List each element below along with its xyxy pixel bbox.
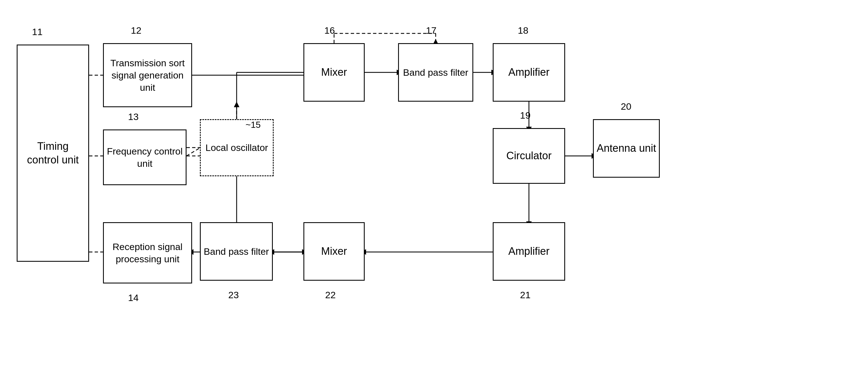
number-20: 20 xyxy=(621,101,631,112)
block-mixer-tx-label: Mixer xyxy=(321,65,347,79)
block-rx-proc-label: Reception signal processing unit xyxy=(106,241,188,265)
number-14: 14 xyxy=(128,292,138,303)
block-timing-control-label: Timing control unit xyxy=(20,140,86,167)
number-11: 11 xyxy=(32,27,42,37)
block-circulator: Circulator xyxy=(493,128,565,184)
block-bpf-rx-label: Band pass filter xyxy=(204,245,269,257)
number-13: 13 xyxy=(128,112,138,122)
block-amp-rx-label: Amplifier xyxy=(508,245,550,258)
block-circulator-label: Circulator xyxy=(506,149,552,163)
number-18: 18 xyxy=(518,25,528,36)
block-freq-control: Frequency control unit xyxy=(103,129,187,185)
block-mixer-tx: Mixer xyxy=(304,43,365,102)
block-amp-tx-label: Amplifier xyxy=(508,65,550,79)
number-23: 23 xyxy=(228,289,239,301)
number-17: 17 xyxy=(426,25,436,36)
diagram: Timing control unit 11 Transmission sort… xyxy=(0,0,868,372)
number-21: 21 xyxy=(520,289,531,301)
block-rx-signal-proc: Reception signal processing unit xyxy=(103,222,192,283)
block-mixer-rx: Mixer xyxy=(304,222,365,281)
svg-marker-26 xyxy=(234,102,240,107)
block-tx-sort-signal: Transmission sort signal generation unit xyxy=(103,43,192,107)
block-bpf-rx: Band pass filter xyxy=(200,222,273,281)
block-bpf-tx: Band pass filter xyxy=(398,43,473,102)
block-local-osc-label: Local oscillator xyxy=(206,142,268,154)
block-antenna-label: Antenna unit xyxy=(596,142,656,155)
block-freq-label: Frequency control unit xyxy=(106,145,183,169)
block-local-osc: Local oscillator xyxy=(200,119,274,176)
number-19: 19 xyxy=(520,110,531,121)
number-15: ~15 xyxy=(246,120,260,130)
number-22: 22 xyxy=(325,289,336,301)
block-timing-control: Timing control unit xyxy=(17,44,89,262)
number-16: 16 xyxy=(324,25,335,36)
block-amp-rx: Amplifier xyxy=(493,222,565,281)
svg-line-24 xyxy=(187,148,200,156)
block-bpf-tx-label: Band pass filter xyxy=(403,66,468,79)
block-mixer-rx-label: Mixer xyxy=(321,245,347,258)
block-antenna: Antenna unit xyxy=(593,119,660,178)
number-12: 12 xyxy=(131,25,142,36)
block-tx-sort-label: Transmission sort signal generation unit xyxy=(106,57,188,94)
block-amp-tx: Amplifier xyxy=(493,43,565,102)
